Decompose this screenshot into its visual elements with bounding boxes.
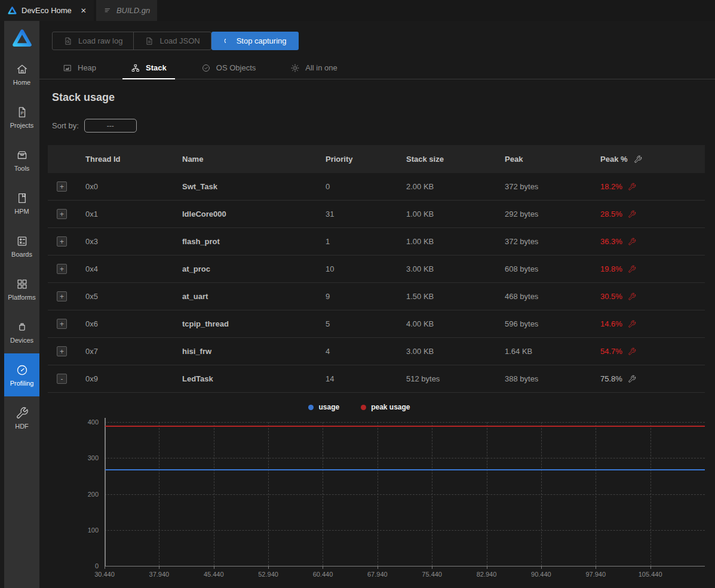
- editor-tabbar: DevEco Home ✕ BUILD.gn: [0, 0, 715, 21]
- legend-usage-label: usage: [318, 403, 339, 411]
- x-axis-label: 105.440: [624, 571, 677, 578]
- v-gridline: [596, 422, 596, 566]
- sidebar-item-hpm[interactable]: HPM: [4, 181, 39, 224]
- file-search-icon: [63, 36, 73, 46]
- tab-stack[interactable]: Stack: [122, 57, 175, 79]
- cell-priority: 31: [326, 210, 406, 218]
- sidebar-item-home[interactable]: Home: [4, 53, 39, 96]
- table-row: + 0x0 Swt_Task 0 2.00 KB 372 bytes 18.2%: [48, 173, 705, 201]
- boards-icon: [16, 235, 29, 248]
- cell-expand: +: [48, 181, 85, 192]
- sidebar-item-platforms[interactable]: Platforms: [4, 267, 39, 310]
- cell-peak-pct: 30.5%: [600, 292, 705, 301]
- expand-toggle-button[interactable]: +: [57, 209, 67, 219]
- expand-toggle-button[interactable]: -: [57, 374, 67, 384]
- expand-toggle-button[interactable]: +: [57, 264, 67, 274]
- close-icon[interactable]: ✕: [81, 7, 87, 15]
- x-axis-label: 45.440: [187, 571, 241, 578]
- heap-icon: [63, 63, 72, 73]
- sidebar-item-hdf[interactable]: HDF: [4, 396, 39, 439]
- sort-dropdown[interactable]: ---: [84, 119, 137, 133]
- svg-text:P: P: [20, 110, 23, 116]
- app-window: DevEco Home ✕ BUILD.gn HomePProjectsTool…: [0, 0, 715, 588]
- x-axis-label: 30.440: [78, 571, 131, 578]
- tab-os-objects[interactable]: OS Objects: [193, 57, 264, 79]
- series-line-usage: [105, 469, 705, 470]
- cell-expand: -: [48, 374, 85, 384]
- cell-stack-size: 512 bytes: [406, 374, 505, 383]
- wrench-icon[interactable]: [628, 347, 636, 356]
- peak-pct-value: 28.5%: [600, 210, 622, 218]
- wrench-icon[interactable]: [634, 155, 642, 164]
- legend-item-usage[interactable]: usage: [308, 403, 339, 411]
- cell-peak: 608 bytes: [505, 264, 600, 273]
- toolbar: Load raw log Load JSON Stop capturing: [52, 32, 299, 50]
- page-title: Stack usage: [52, 91, 115, 104]
- cell-peak-pct: 18.2%: [600, 182, 705, 191]
- sidebar-item-profiling[interactable]: Profiling: [4, 353, 39, 396]
- sidebar-item-projects[interactable]: PProjects: [4, 96, 39, 138]
- wrench-icon[interactable]: [628, 238, 636, 246]
- wrench-icon[interactable]: [628, 183, 636, 191]
- usage-dot-icon: [308, 405, 314, 410]
- sidebar-nav: HomePProjectsToolsHPMBoardsPlatformsDevi…: [4, 53, 39, 439]
- cell-stack-size: 4.00 KB: [406, 319, 505, 328]
- tab-all-in-one[interactable]: All in one: [282, 57, 345, 79]
- cell-thread-id: 0x6: [85, 319, 182, 328]
- wrench-icon[interactable]: [628, 293, 636, 301]
- load-button-group: Load raw log Load JSON: [52, 32, 211, 50]
- usage-chart: 010020030040030.44037.94045.44052.94060.…: [60, 415, 705, 583]
- tab-heap[interactable]: Heap: [54, 57, 105, 79]
- load-json-label: Load JSON: [159, 36, 200, 45]
- profiling-icon: [16, 364, 29, 377]
- editor-tab-deveco-home[interactable]: DevEco Home ✕: [0, 0, 94, 21]
- cell-expand: +: [48, 209, 85, 219]
- expand-toggle-button[interactable]: +: [57, 319, 67, 329]
- cell-name: at_proc: [182, 264, 326, 273]
- editor-tab-build-gn[interactable]: BUILD.gn: [96, 0, 157, 21]
- sidebar-item-boards[interactable]: Boards: [4, 224, 39, 267]
- wrench-icon[interactable]: [628, 210, 636, 218]
- activity-sidebar: HomePProjectsToolsHPMBoardsPlatformsDevi…: [0, 21, 39, 588]
- wrench-icon[interactable]: [628, 265, 636, 273]
- tab-label: Heap: [78, 63, 96, 72]
- cell-thread-id: 0x1: [85, 210, 182, 218]
- load-json-button[interactable]: Load JSON: [133, 32, 210, 50]
- table-row: + 0x3 flash_prot 1 1.00 KB 372 bytes 36.…: [48, 228, 705, 255]
- cell-peak: 388 bytes: [505, 374, 600, 383]
- cell-peak: 1.64 KB: [505, 347, 600, 356]
- expand-toggle-button[interactable]: +: [57, 346, 67, 356]
- legend-item-peak-usage[interactable]: peak usage: [361, 403, 410, 411]
- expand-toggle-button[interactable]: +: [57, 291, 67, 301]
- cell-name: tcpip_thread: [182, 319, 326, 328]
- x-axis-label: 97.940: [569, 571, 622, 578]
- cell-name: LedTask: [182, 374, 326, 383]
- expand-toggle-button[interactable]: +: [57, 181, 67, 192]
- expand-toggle-button[interactable]: +: [57, 236, 67, 247]
- profiler-tabs: HeapStackOS ObjectsAll in one: [39, 57, 715, 79]
- sidebar-item-label: HDF: [15, 423, 29, 430]
- stop-capturing-button[interactable]: Stop capturing: [211, 32, 299, 50]
- y-axis: [105, 418, 106, 566]
- cell-thread-id: 0x3: [85, 237, 182, 246]
- x-axis-label: 82.940: [460, 571, 514, 578]
- wrench-icon[interactable]: [628, 320, 636, 328]
- load-raw-log-button[interactable]: Load raw log: [53, 32, 133, 50]
- tab-label: OS Objects: [216, 63, 256, 72]
- wrench-icon[interactable]: [628, 375, 636, 383]
- load-raw-log-label: Load raw log: [78, 36, 122, 45]
- hpm-icon: [16, 192, 29, 205]
- cell-thread-id: 0x7: [85, 347, 182, 356]
- tab-label: Stack: [146, 63, 167, 72]
- cell-expand: +: [48, 291, 85, 301]
- sidebar-item-label: Platforms: [8, 294, 35, 301]
- cell-expand: +: [48, 236, 85, 247]
- y-axis-label: 300: [60, 454, 99, 461]
- tab-label: All in one: [305, 63, 337, 72]
- sidebar-item-devices[interactable]: Devices: [4, 310, 39, 353]
- peak-pct-value: 30.5%: [600, 292, 622, 301]
- sidebar-item-tools[interactable]: Tools: [4, 138, 39, 181]
- col-header-priority: Priority: [326, 155, 406, 164]
- table-row: - 0x9 LedTask 14 512 bytes 388 bytes 75.…: [48, 365, 705, 393]
- tools-icon: [16, 149, 29, 162]
